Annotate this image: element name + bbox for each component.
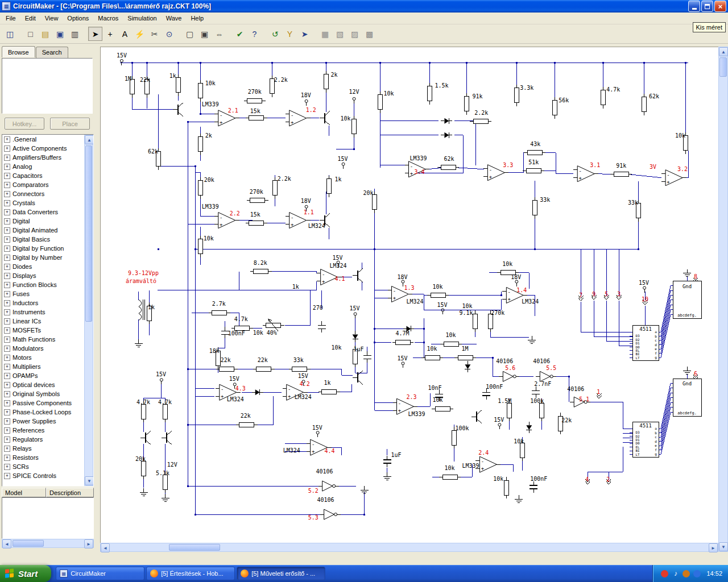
tab-search[interactable]: Search [36,47,68,58]
scroll-track[interactable] [719,56,727,542]
scroll-thumb[interactable] [169,544,220,551]
expand-icon[interactable]: + [4,227,10,234]
digital-trace-icon[interactable]: ▩ [362,27,377,41]
text-tool-icon[interactable]: A [118,27,132,41]
tree-item-phase-locked-loops[interactable]: +Phase-Locked Loops [2,408,84,417]
tree-item-original-symbols[interactable]: +Original Symbols [2,389,84,398]
expand-icon[interactable]: + [4,200,10,206]
expand-icon[interactable]: + [4,300,10,306]
taskbar-task--5-m-veleti-er-s-t-[interactable]: [5] Műveleti erősítő - ... [237,567,325,580]
tree-item-crystals[interactable]: +Crystals [2,198,84,207]
tree-item-diodes[interactable]: +Diodes [2,262,84,271]
digital-run-icon[interactable]: ▧ [333,27,347,41]
expand-icon[interactable]: + [4,309,10,315]
scroll-down-icon[interactable]: ▼ [719,542,728,551]
print-icon[interactable]: ▥ [68,27,82,41]
expand-icon[interactable]: + [4,436,10,443]
expand-icon[interactable]: + [4,418,10,425]
hotkey-button[interactable]: Hotkey... [5,118,44,130]
tree-item-analog[interactable]: +Analog [2,162,84,171]
split-view-icon[interactable]: ⇔ [212,27,226,41]
expand-icon[interactable]: + [4,364,10,370]
expand-icon[interactable]: + [4,164,10,170]
menu-help[interactable]: Help [186,13,208,23]
expand-icon[interactable]: + [4,464,10,470]
menu-wave[interactable]: Wave [162,13,187,23]
tree-item-capacitors[interactable]: +Capacitors [2,171,84,180]
menu-file[interactable]: File [1,13,20,23]
description-header[interactable]: Description [46,488,94,497]
run-icon[interactable]: ➤ [297,27,312,41]
expand-icon[interactable]: + [4,236,10,243]
tree-item-instruments[interactable]: +Instruments [2,307,84,317]
scroll-thumb[interactable] [719,57,727,77]
expand-icon[interactable]: + [4,182,10,188]
tree-item-digital-by-function[interactable]: +Digital by Function [2,244,84,253]
expand-icon[interactable]: + [4,346,10,352]
tree-item-resistors[interactable]: +Resistors [2,453,84,462]
expand-icon[interactable]: + [4,318,10,325]
messenger-icon[interactable] [693,570,701,577]
scroll-right-icon[interactable]: ► [709,543,718,552]
tree-item-fuses[interactable]: +Fuses [2,289,84,298]
menu-edit[interactable]: Edit [20,13,40,23]
save-icon[interactable]: ▣ [53,27,67,41]
expand-icon[interactable]: + [4,391,10,397]
expand-icon[interactable]: + [4,146,10,152]
expand-icon[interactable]: + [4,246,10,252]
taskbar-task--5-rtes-t-sek-hob-[interactable]: [5] Értesítések - Hob... [146,567,235,580]
tree-item-math-functions[interactable]: +Math Functions [2,335,84,344]
expand-icon[interactable]: + [4,373,10,379]
tree-item-regulators[interactable]: +Regulators [2,435,84,444]
tree-item-scrs[interactable]: +SCRs [2,462,84,471]
zoom-tool-icon[interactable]: ⊙ [162,27,176,41]
scroll-left-icon[interactable]: ◄ [2,539,11,548]
place-button[interactable]: Place [50,118,90,130]
digital-pause-icon[interactable]: ▨ [348,27,362,41]
tree-item-modulators[interactable]: +Modulators [2,344,84,353]
scroll-track[interactable] [85,144,93,476]
tree-item-function-blocks[interactable]: +Function Blocks [2,280,84,289]
tree-item-spice-controls[interactable]: +SPICE Controls [2,471,84,480]
expand-icon[interactable]: + [4,409,10,415]
scroll-right-icon[interactable]: ► [84,539,93,548]
expand-icon[interactable]: + [4,336,10,343]
tree-item-digital[interactable]: +Digital [2,217,84,226]
alert-icon[interactable] [682,570,690,577]
restore-button[interactable] [701,1,713,12]
expand-icon[interactable]: + [4,427,10,434]
digital-step-icon[interactable]: ▦ [318,27,332,41]
expand-icon[interactable]: + [4,400,10,406]
expand-icon[interactable]: + [4,382,10,388]
tree-item-power-supplies[interactable]: +Power Supplies [2,417,84,426]
expand-icon[interactable]: + [4,455,10,461]
menu-simulation[interactable]: Simulation [123,13,161,23]
model-scrollbar[interactable]: ◄ ► [2,539,94,548]
start-button[interactable]: Start [0,565,51,582]
tree-item-references[interactable]: +References [2,426,84,435]
scroll-track[interactable] [11,539,84,547]
menu-macros[interactable]: Macros [93,13,123,23]
tree-item-data-converters[interactable]: +Data Converters [2,207,84,217]
close-button[interactable]: × [714,1,726,12]
tree-item-mosfets[interactable]: +MOSFETs [2,326,84,335]
scroll-left-icon[interactable]: ◄ [101,543,110,552]
wire-tool-icon[interactable]: ⚡ [133,27,147,41]
schematic-drawing[interactable]: -+-+-+-+-+-+-+-+-+-+-+-+-+-+-+-+4511D3D2… [101,47,718,543]
taskbar-task-circuitmaker[interactable]: ▦CircuitMaker [56,567,144,580]
scroll-thumb[interactable] [85,146,92,322]
erc-check-icon[interactable]: ✔ [233,27,247,41]
tree-item-comparators[interactable]: +Comparators [2,180,84,189]
tree-item-digital-animated[interactable]: +Digital Animated [2,226,84,235]
schematic-canvas[interactable]: -+-+-+-+-+-+-+-+-+-+-+-+-+-+-+-+4511D3D2… [100,47,718,543]
expand-icon[interactable]: + [4,255,10,261]
tree-item--general[interactable]: +.General [2,135,84,144]
tab-browse[interactable]: Browse [2,46,35,57]
tree-item-inductors[interactable]: +Inductors [2,298,84,307]
expand-icon[interactable]: + [4,209,10,215]
probe-icon[interactable]: Y [283,27,297,41]
minimize-button[interactable] [688,1,700,12]
menu-view[interactable]: View [40,13,63,23]
expand-icon[interactable]: + [4,173,10,179]
expand-icon[interactable]: + [4,155,10,161]
